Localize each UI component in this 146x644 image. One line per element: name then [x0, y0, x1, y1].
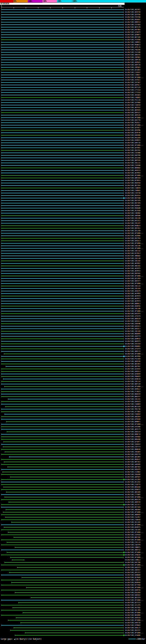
hit-id-label[interactable]: UniRef100_Q4P9L7	[125, 84, 140, 86]
hit-id-label[interactable]: UniRef100_C5DW48	[125, 519, 140, 521]
alignment-bar[interactable]	[1, 52, 124, 53]
alignment-bar[interactable]	[5, 451, 124, 452]
hit-id-label[interactable]: UniRef100_B9WHB1	[125, 346, 140, 348]
alignment-bar[interactable]	[1, 94, 124, 96]
alignment-bar[interactable]	[1, 316, 124, 317]
hit-id-label[interactable]: UniRef100_Q4T091	[125, 147, 140, 149]
hit-id-label[interactable]: UniRef100_C0SMZ2	[125, 444, 140, 446]
hit-id-label[interactable]: UniRef100_A8Q304	[125, 416, 140, 418]
hit-id-label[interactable]: UniRef100_Q6EM75	[125, 340, 140, 342]
alignment-bar[interactable]	[1, 160, 124, 161]
hit-id-label[interactable]: UniRef100_Q67Z04	[125, 184, 140, 187]
hit-id-label[interactable]: UniRef100_B6TI09	[125, 36, 140, 38]
hit-id-label[interactable]: UniRef100_B37129	[125, 86, 140, 89]
alignment-bar[interactable]	[1, 474, 124, 475]
alignment-bar[interactable]	[1, 202, 124, 204]
alignment-bar[interactable]	[1, 280, 124, 282]
alignment-bar[interactable]	[1, 64, 124, 66]
alignment-bar[interactable]	[1, 84, 124, 86]
alignment-bar[interactable]	[1, 36, 124, 38]
alignment-bar[interactable]	[1, 320, 124, 322]
hit-id-label[interactable]: UniRef100_B5DGW7	[125, 205, 140, 207]
alignment-bar[interactable]	[1, 275, 124, 277]
hit-id-label[interactable]: UniRef100_Q9ITB4	[125, 237, 140, 240]
alignment-bar[interactable]	[5, 406, 124, 407]
hit-id-label[interactable]: UniRef100_A9Z006	[125, 235, 140, 237]
hit-id-label[interactable]: UniRef100_UP1000...	[125, 423, 143, 425]
alignment-bar[interactable]	[1, 263, 124, 264]
alignment-bar[interactable]	[1, 177, 124, 179]
alignment-bar[interactable]	[1, 14, 124, 15]
hit-id-label[interactable]: UniRef100_A0D4W4	[125, 509, 140, 511]
hit-id-label[interactable]: UniRef100_UP1000...	[125, 248, 143, 250]
hit-id-label[interactable]: UniRef100_Q3THC7	[125, 127, 140, 129]
hit-id-label[interactable]: UniRef100_C8CLR6	[125, 308, 140, 310]
alignment-bar[interactable]	[1, 142, 124, 144]
alignment-bar[interactable]	[1, 298, 124, 299]
hit-id-label[interactable]: UniRef100_B0W846	[125, 448, 140, 450]
alignment-bar[interactable]	[1, 12, 124, 13]
hit-id-label[interactable]: UniRef100_UP1000...	[125, 275, 143, 277]
alignment-bar[interactable]	[1, 363, 124, 364]
alignment-bar[interactable]	[1, 338, 124, 340]
alignment-bar[interactable]	[1, 165, 124, 166]
hit-id-label[interactable]: UniRef100_B4QNJ4	[125, 225, 140, 227]
alignment-bar[interactable]	[1, 32, 124, 33]
alignment-bar[interactable]	[1, 175, 124, 176]
alignment-bar[interactable]	[1, 358, 124, 360]
hit-id-label[interactable]: UniRef100_C0SG66	[125, 474, 140, 476]
alignment-bar[interactable]	[1, 394, 124, 395]
hit-id-label[interactable]: UniRef100_B4LDV0	[125, 137, 140, 139]
hit-id-label[interactable]: UniRef100_A8XU79	[125, 290, 140, 292]
alignment-bar[interactable]	[1, 408, 124, 410]
alignment-bar[interactable]	[1, 293, 124, 294]
alignment-bar[interactable]	[16, 617, 124, 618]
hit-id-label[interactable]: UniRef100_Q758F7	[125, 441, 140, 443]
alignment-bar[interactable]	[1, 404, 124, 405]
alignment-bar[interactable]	[3, 378, 124, 380]
alignment-bar[interactable]	[1, 112, 124, 113]
alignment-bar[interactable]	[1, 69, 124, 70]
alignment-bar[interactable]	[1, 258, 124, 259]
alignment-bar[interactable]	[6, 366, 124, 367]
alignment-bar[interactable]	[1, 54, 124, 56]
alignment-bar[interactable]	[1, 57, 124, 58]
hit-id-label[interactable]: UniRef100_Q2XTD6	[125, 14, 140, 16]
hit-id-label[interactable]: UniRef100_UP1000...	[125, 174, 143, 176]
alignment-bar[interactable]	[9, 572, 124, 573]
hit-id-label[interactable]: UniRef100_Q20NF3	[125, 34, 140, 36]
alignment-bar[interactable]	[1, 290, 124, 292]
hit-id-label[interactable]: UniRef100_Q9V3G1	[125, 227, 140, 229]
alignment-bar[interactable]	[25, 632, 124, 634]
alignment-bar[interactable]	[1, 579, 124, 581]
hit-id-label[interactable]: UniRef100_C6MMC5	[125, 41, 140, 44]
alignment-bar[interactable]	[1, 539, 124, 540]
hit-id-label[interactable]: UniRef100_B38M23	[125, 139, 140, 142]
alignment-bar[interactable]	[1, 328, 124, 330]
hit-id-label[interactable]: UniRef100_Q9XYW1	[125, 272, 140, 274]
hit-id-label[interactable]: UniRef100_UP1000...	[125, 531, 143, 534]
hit-id-label[interactable]: UniRef100_C7TZL0	[125, 92, 140, 94]
hit-id-label[interactable]: UniRef100_UP1000...	[125, 539, 143, 541]
alignment-bar[interactable]	[9, 456, 124, 458]
hit-id-label[interactable]: UniRef100_Q31J50	[125, 230, 140, 232]
alignment-bar[interactable]	[1, 376, 124, 377]
alignment-bar[interactable]	[1, 313, 124, 314]
hit-id-label[interactable]: UniRef100_A2I3X6	[125, 157, 140, 159]
hit-id-label[interactable]: UniRef100_C5CL14	[125, 542, 140, 544]
alignment-bar[interactable]	[1, 519, 124, 520]
hit-id-label[interactable]: UniRef100_C0BNT5	[125, 546, 140, 548]
hit-id-label[interactable]: UniRef100_A0FDJ6	[125, 114, 140, 116]
alignment-bar[interactable]	[1, 436, 124, 438]
hit-id-label[interactable]: UniRef100_C4HDH2	[125, 190, 140, 192]
alignment-bar[interactable]	[1, 381, 124, 382]
hit-id-label[interactable]: UniRef100_C8CLR9	[125, 330, 140, 332]
hit-id-label[interactable]: UniRef100_Q57W56	[125, 576, 140, 579]
alignment-bar[interactable]	[1, 134, 124, 136]
alignment-bar[interactable]	[1, 469, 124, 470]
hit-id-label[interactable]: UniRef100_C8CLR8	[125, 217, 140, 219]
alignment-bar[interactable]	[1, 117, 124, 118]
hit-id-label[interactable]: UniRef100_A63173	[125, 428, 140, 430]
hit-id-label[interactable]: UniRef100_B4N3B6	[125, 134, 140, 136]
hit-id-label[interactable]: UniRef100_P41116	[125, 99, 140, 101]
